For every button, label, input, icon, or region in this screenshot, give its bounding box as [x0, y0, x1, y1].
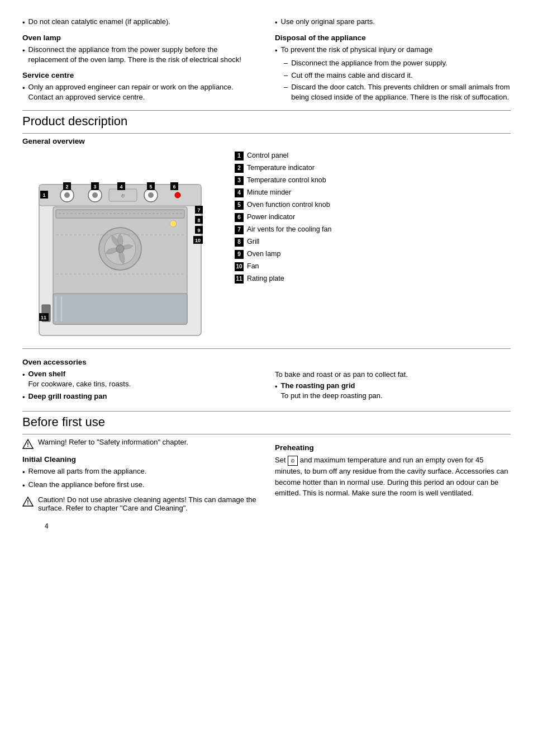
label-text: Air vents for the cooling fan: [247, 225, 331, 234]
diagram-label-item: 10Fan: [235, 262, 511, 271]
service-centre-bullet: • Only an approved engineer can repair o…: [22, 82, 258, 102]
label-text: Temperature indicator: [247, 163, 315, 173]
disposal-text: To prevent the risk of physical injury o…: [281, 45, 433, 56]
svg-text:8: 8: [197, 218, 200, 223]
dash-text-2: Cut off the mains cable and discard it.: [291, 70, 412, 81]
dash-3: – Discard the door catch. This prevents …: [284, 82, 511, 102]
oven-lamp-heading: Oven lamp: [22, 34, 258, 42]
oven-diagram: ⏱: [22, 151, 223, 343]
num-badge: 4: [235, 188, 244, 197]
section-divider-5: [22, 434, 511, 434]
section-divider-1: [22, 110, 511, 111]
remove-parts-text: Remove all parts from the appliance.: [28, 466, 147, 478]
diagram-label-item: 6Power indicator: [235, 212, 511, 222]
disposal-heading: Disposal of the appliance: [275, 34, 511, 42]
dash-text-1: Disconnect the appliance from the power …: [291, 58, 447, 68]
num-badge: 8: [235, 238, 244, 247]
label-text: Rating plate: [247, 274, 284, 284]
oven-shelf-detail: For cookware, cake tins, roasts.: [28, 380, 131, 388]
before-first-use-section: ! Warning! Refer to "Safety information"…: [22, 438, 511, 517]
svg-point-7: [64, 192, 70, 198]
svg-text:2: 2: [65, 184, 68, 190]
svg-text:4: 4: [120, 184, 122, 190]
svg-text:!: !: [27, 442, 28, 448]
remove-parts-bullet: • Remove all parts from the appliance.: [22, 466, 258, 478]
general-overview-heading: General overview: [22, 137, 511, 145]
num-badge: 9: [235, 250, 244, 259]
fan-icon: ⊙: [288, 456, 298, 466]
svg-text:10: 10: [195, 238, 201, 243]
right-column: • Use only original spare parts. Disposa…: [275, 17, 511, 105]
svg-point-20: [170, 220, 177, 227]
label-text: Fan: [247, 262, 259, 271]
num-badge: 11: [235, 275, 244, 284]
oven-svg: ⏱: [22, 151, 223, 341]
num-badge: 7: [235, 225, 244, 234]
bullet-dot-7: •: [22, 393, 25, 403]
caution-text: Caution! Do not use abrasive cleaning ag…: [38, 495, 258, 512]
accessories-col-left: Oven accessories • Oven shelf For cookwa…: [22, 352, 258, 405]
oven-accessories-heading: Oven accessories: [22, 358, 258, 366]
label-text: Oven function control knob: [247, 200, 330, 210]
product-description-title: Product description: [22, 114, 511, 129]
warning-icon: !: [22, 438, 34, 450]
num-badge: 6: [235, 213, 244, 222]
label-text: Minute minder: [247, 188, 291, 197]
svg-text:⏱: ⏱: [121, 193, 125, 199]
section-divider-2: [22, 133, 511, 134]
service-centre-heading: Service centre: [22, 71, 258, 79]
preheating-text: Set ⊙ and maximum temperature and run an…: [275, 455, 511, 499]
svg-text:3: 3: [93, 184, 96, 190]
svg-text:6: 6: [173, 184, 175, 190]
roasting-pan-detail: To bake and roast or as pan to collect f…: [275, 370, 408, 379]
svg-point-13: [148, 192, 154, 198]
label-text: Oven lamp: [247, 249, 280, 259]
bullet-dot: •: [22, 18, 25, 28]
bullet-dot-4: •: [275, 18, 278, 28]
diagram-label-item: 4Minute minder: [235, 188, 511, 197]
num-badge: 3: [235, 176, 244, 185]
num-badge: 1: [235, 152, 244, 160]
section-divider-3: [22, 348, 511, 349]
diagram-label-item: 1Control panel: [235, 151, 511, 160]
top-section: • Do not clean catalytic enamel (if appl…: [22, 17, 511, 105]
label-text: Power indicator: [247, 212, 295, 222]
svg-text:9: 9: [197, 228, 200, 233]
disposal-dashes: – Disconnect the appliance from the powe…: [284, 58, 511, 102]
disposal-bullet: • To prevent the risk of physical injury…: [275, 45, 511, 56]
diagram-label-item: 7Air vents for the cooling fan: [235, 225, 511, 234]
svg-text:!: !: [27, 499, 28, 505]
diagram-label-item: 5Oven function control knob: [235, 200, 511, 210]
num-badge: 10: [235, 262, 244, 271]
num-badge: 5: [235, 201, 244, 210]
clean-appliance-text: Clean the appliance before first use.: [28, 480, 145, 491]
overview-section: ⏱: [22, 151, 511, 343]
roasting-pan-grid-item: • The roasting pan grid To put in the de…: [275, 381, 511, 401]
svg-text:11: 11: [41, 315, 46, 320]
bullet-dot-9: •: [22, 467, 25, 478]
bullet-dot-2: •: [22, 46, 25, 65]
roasting-pan-grid-detail: To put in the deep roasting pan.: [281, 391, 383, 400]
svg-point-23: [116, 245, 124, 253]
diagram-label-item: 8Grill: [235, 237, 511, 247]
warning-box: ! Warning! Refer to "Safety information"…: [22, 438, 258, 450]
page-number: 4: [45, 522, 533, 530]
deep-grill-item: • Deep grill roasting pan: [22, 391, 258, 403]
roasting-pan-grid-label: The roasting pan grid: [281, 381, 355, 390]
initial-cleaning-heading: Initial Cleaning: [22, 455, 258, 464]
num-badge: 2: [235, 164, 244, 173]
do-not-clean-bullet: • Do not clean catalytic enamel (if appl…: [22, 17, 258, 28]
svg-point-14: [175, 192, 180, 198]
oven-lamp-text: Disconnect the appliance from the power …: [28, 45, 258, 65]
bullet-dot-10: •: [22, 481, 25, 491]
svg-text:5: 5: [149, 184, 152, 190]
oven-lamp-bullet: • Disconnect the appliance from the powe…: [22, 45, 258, 65]
label-text: Grill: [247, 237, 259, 247]
bullet-dot-6: •: [22, 370, 25, 389]
section-divider-4: [22, 411, 511, 412]
svg-text:7: 7: [197, 207, 200, 213]
diagram-label-item: 11Rating plate: [235, 274, 511, 284]
oven-shelf-item: • Oven shelf For cookware, cake tins, ro…: [22, 369, 258, 389]
svg-point-9: [92, 192, 98, 198]
warning-text: Warning! Refer to "Safety information" c…: [38, 438, 188, 446]
